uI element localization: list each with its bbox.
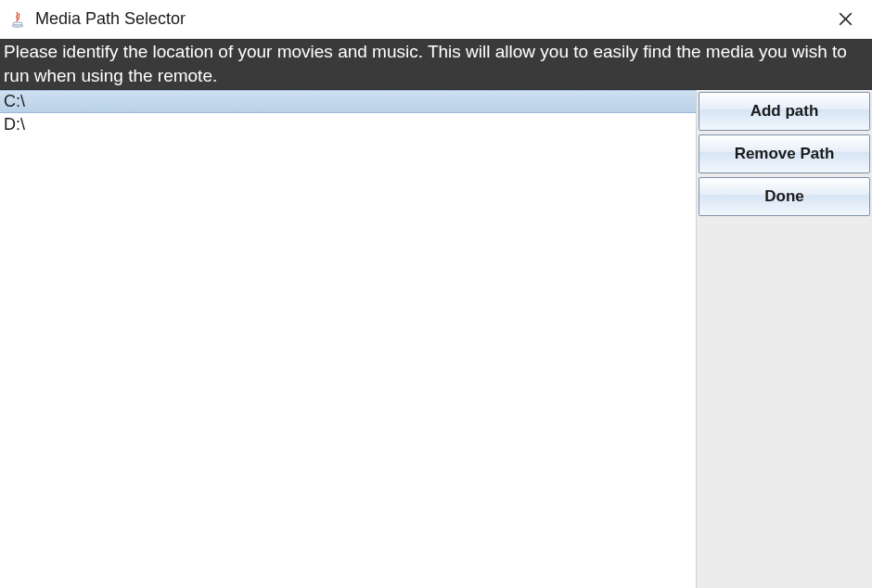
done-button[interactable]: Done — [699, 177, 870, 216]
close-button[interactable] — [824, 3, 866, 36]
svg-point-1 — [13, 22, 23, 25]
main-area: C:\D:\ Add path Remove Path Done — [0, 90, 872, 588]
window-title: Media Path Selector — [35, 9, 186, 29]
window-media-path-selector: Media Path Selector Please identify the … — [0, 0, 872, 588]
side-panel: Add path Remove Path Done — [696, 90, 872, 588]
java-icon — [9, 11, 26, 28]
path-item[interactable]: C:\ — [0, 90, 696, 113]
path-list[interactable]: C:\D:\ — [0, 90, 696, 588]
remove-path-button[interactable]: Remove Path — [699, 134, 870, 173]
add-path-button[interactable]: Add path — [699, 92, 870, 131]
instruction-text: Please identify the location of your mov… — [0, 39, 872, 90]
close-icon — [839, 12, 853, 26]
titlebar: Media Path Selector — [0, 0, 872, 39]
path-item[interactable]: D:\ — [0, 113, 696, 135]
